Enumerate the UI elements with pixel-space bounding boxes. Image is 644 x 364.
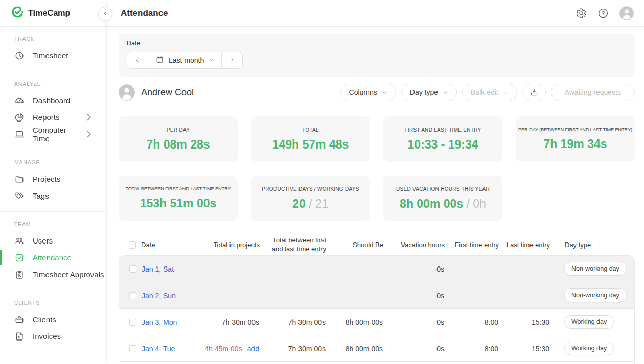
sidebar-item-clients[interactable]: Clients [0,311,105,328]
date-range-control: Last month [127,52,243,69]
row-checkbox-cell [119,292,142,299]
table-row-jan-2-sun: Jan 2, Sun0sNon-working day [119,282,634,309]
chevron-right-icon [84,112,94,123]
checkbox-check-icon [14,253,25,263]
sidebar-section-analyze: ANALYZEDashboardReportsComputer Time [0,71,105,150]
stat-card-used-vacation-hours-this-year: USED VACATION HOURS THIS YEAR8h 00m 00s … [383,176,502,221]
sidebar-section-label: TRACK [14,36,105,42]
page-content: Date Last month [105,27,644,364]
sidebar-item-label: Dashboard [33,96,70,105]
day-type-badge[interactable]: Working day [564,315,614,329]
sidebar-item-computer-time[interactable]: Computer Time [0,126,105,142]
table-row-jan-3-mon: Jan 3, Mon7h 30m 00s7h 30m 00s8h 00m 00s… [119,309,634,335]
stat-secondary-value: / 0h [463,197,486,210]
sidebar-item-users[interactable]: Users [0,232,105,249]
briefcase-icon [14,314,25,325]
row-checkbox[interactable] [129,319,136,326]
chevron-down-icon [209,56,214,64]
vacation-hours-cell: 0s [384,292,445,300]
chevron-right-icon [84,129,94,139]
awaiting-requests-button[interactable]: Awaiting requests [551,84,635,101]
table-header-cell-day-type: Day type [551,241,635,250]
add-time-link[interactable]: add [247,345,259,353]
stats-row-2: TOTAL BETWEEN FIRST AND LAST TIME ENTRY1… [119,176,635,221]
date-range-value: Last month [169,56,204,64]
export-button[interactable] [522,84,546,101]
stat-value: 20 / 21 [292,197,328,211]
stat-card-per-day-between-first-and-last-time-entry-: PER DAY (BETWEEN FIRST AND LAST TIME ENT… [516,116,635,162]
day-type-badge[interactable]: Non-working day [564,288,627,302]
stat-label: PRODUCTIVE DAYS / WORKING DAYS [262,186,359,192]
help-icon[interactable]: ? [597,8,609,19]
date-cell: Jan 3, Mon [142,318,204,326]
stat-value: 7h 19m 34s [543,137,607,151]
chevron-left-icon [102,9,108,18]
table-header-cell-total-in-projects: Total in projects [204,241,261,250]
columns-button[interactable]: Columns [340,84,396,101]
folder-icon [14,174,25,184]
sidebar: TimeCamp TRACKTimesheetANALYZEDashboardR… [0,0,105,364]
sidebar-item-invoices[interactable]: $Invoices [0,328,105,345]
employee-avatar [119,84,135,101]
table-row-jan-5-wed: Jan 5, Wed7h 30m 00s7h 30m 00s8h 00m 00s… [119,362,634,364]
date-link[interactable]: Jan 2, Sun [142,292,176,300]
sidebar-section-track: TRACKTimesheet [0,27,105,71]
stat-label: PER DAY [167,127,190,133]
clock-icon [14,51,25,61]
bulk-edit-button[interactable]: Bulk edit [462,84,517,101]
row-checkbox[interactable] [129,292,136,299]
table-body: Jan 1, Sat0sNon-working dayJan 2, Sun0sN… [119,255,635,364]
reports-icon [14,112,25,123]
stats-row-1: PER DAY7h 08m 28sTOTAL149h 57m 48sFIRST … [119,116,635,162]
stat-card-total: TOTAL149h 57m 48s [251,116,370,162]
next-period-button[interactable] [222,52,242,68]
users-icon [14,236,25,246]
settings-gear-icon[interactable] [576,8,587,19]
sidebar-item-dashboard[interactable]: Dashboard [0,92,105,109]
first-time-entry-cell: 8:00 [445,345,499,353]
stat-value: 10:33 - 19:34 [407,138,478,152]
row-checkbox[interactable] [129,265,136,273]
date-link[interactable]: Jan 1, Sat [142,265,174,273]
vacation-hours-cell: 0s [384,345,445,353]
sidebar-item-projects[interactable]: Projects [0,171,105,187]
clipboard-person-icon [14,270,25,280]
sidebar-section-label: CLIENTS [14,300,105,306]
day-type-badge[interactable]: Working day [564,342,614,355]
timecamp-logo[interactable]: TimeCamp [11,6,70,20]
table-row-jan-1-sat: Jan 1, Sat0sNon-working day [119,256,634,282]
day-type-button[interactable]: Day type [401,84,457,101]
sidebar-collapse-button[interactable] [98,7,112,21]
sidebar-item-label: Projects [33,175,60,183]
select-all-checkbox[interactable] [129,241,136,249]
day-type-cell: Non-working day [550,262,634,276]
svg-text:$: $ [18,335,20,339]
stat-label: USED VACATION HOURS THIS YEAR [396,186,490,192]
sidebar-item-timesheet-approvals[interactable]: Timesheet Approvals [0,266,105,283]
stat-value: 149h 57m 48s [272,138,349,152]
page-header: Attendance ? [105,0,644,27]
date-link[interactable]: Jan 3, Mon [142,318,177,326]
stat-card-total-between-first-and-last-time-entry: TOTAL BETWEEN FIRST AND LAST TIME ENTRY1… [119,176,238,221]
date-cell: Jan 1, Sat [142,265,204,273]
date-link[interactable]: Jan 4, Tue [142,345,175,353]
sidebar-item-label: Computer Time [33,126,76,143]
stat-label: FIRST AND LAST TIME ENTRY [404,127,481,133]
stat-secondary-value: / 21 [306,197,329,210]
prev-period-button[interactable] [127,52,148,68]
total-in-projects-cell: 7h 30m 00s [204,318,260,326]
dashboard-icon [14,95,25,106]
row-checkbox[interactable] [129,345,136,352]
day-type-badge[interactable]: Non-working day [564,262,627,276]
user-toolbar: Andrew Cool Columns Day type Bulk edit [119,83,635,102]
sidebar-item-label: Users [33,236,53,245]
sidebar-item-reports[interactable]: Reports [0,109,105,126]
sidebar-item-attendance[interactable]: Attendance [0,249,105,266]
chevron-left-icon [134,57,141,63]
page-title: Attendance [121,8,168,18]
user-avatar[interactable] [619,6,634,20]
sidebar-item-timesheet[interactable]: Timesheet [0,47,105,64]
date-range-dropdown[interactable]: Last month [148,52,222,68]
day-type-cell: Working day [550,342,634,355]
sidebar-item-tags[interactable]: Tags [0,187,105,204]
